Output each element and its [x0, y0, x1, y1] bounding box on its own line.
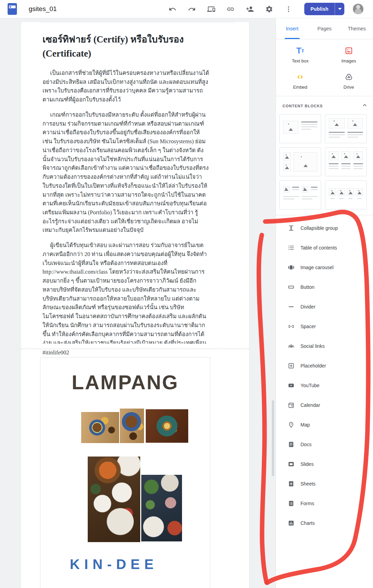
food-photo [141, 475, 182, 541]
insert-youtube[interactable]: YouTube [276, 375, 373, 395]
insert-options-list: Collapsible group Table of contents Imag… [276, 215, 373, 533]
insert-forms[interactable]: Forms [276, 493, 373, 513]
insert-social-links[interactable]: Social links [276, 336, 373, 356]
image-carousel-icon [288, 264, 295, 271]
forms-icon [288, 500, 295, 507]
insert-sheets[interactable]: Sheets [276, 474, 373, 493]
content-blocks-header: CONTENT BLOCKS [276, 96, 373, 114]
insert-placeholder[interactable]: Placeholder [276, 356, 373, 375]
chevron-up-icon[interactable] [361, 102, 368, 110]
drive-tile[interactable]: Drive [325, 72, 373, 90]
template-two-images-text[interactable] [325, 114, 367, 143]
banner-title: LAMPANG [40, 371, 210, 394]
insert-charts[interactable]: Charts [276, 513, 373, 533]
insert-map[interactable]: Map [276, 415, 373, 434]
social-links-icon [288, 343, 295, 350]
embed-code-icon [296, 72, 304, 81]
template-two-image-text-pairs[interactable] [279, 180, 321, 209]
template-image-left-text[interactable] [279, 114, 321, 143]
section-boundary-dotted-line [21, 349, 249, 349]
hashtag-text: #itinlife002 [42, 349, 69, 356]
text-box-tile[interactable]: Tт Text box [276, 46, 325, 63]
embed-tile[interactable]: Embed [276, 72, 325, 90]
calendar-icon [288, 402, 295, 409]
charts-icon [288, 520, 295, 527]
slides-icon [288, 461, 295, 468]
more-vert-icon[interactable] [281, 2, 295, 16]
article-text-box[interactable]: เซอร์ทิฟายร์ (Certify) หรือใบรับรอง (Cer… [42, 32, 210, 344]
insert-button[interactable]: Button [276, 277, 373, 297]
copy-link-icon[interactable] [223, 2, 237, 16]
paragraph: เกณฑ์การออกใบรับรองมีหลายระดับ ตั้งแต่ที… [42, 110, 210, 235]
tab-insert[interactable]: Insert [276, 18, 308, 39]
publish-dropdown-arrow-icon[interactable] [335, 3, 344, 15]
insert-sidebar: Insert Pages Themes Tт Text box Images E… [276, 18, 373, 588]
device-preview-icon[interactable] [204, 2, 218, 16]
template-three-images-text[interactable] [325, 147, 367, 176]
placeholder-icon [288, 362, 295, 369]
insert-table-of-contents[interactable]: Table of contents [276, 238, 373, 257]
brand: gsites_01 [0, 3, 57, 15]
publish-button[interactable]: Publish [304, 3, 335, 15]
sidebar-tabs: Insert Pages Themes [276, 18, 373, 39]
button-icon [288, 284, 295, 291]
insert-docs[interactable]: Docs [276, 434, 373, 454]
banner-caption: KIN-DEE [70, 557, 158, 572]
insert-image-carousel[interactable]: Image carousel [276, 257, 373, 277]
top-toolbar: gsites_01 Publ [0, 0, 373, 18]
share-add-person-icon[interactable] [243, 2, 257, 16]
section-divider [40, 22, 234, 22]
tab-themes[interactable]: Themes [341, 18, 373, 39]
paragraph: ผู้เขียนได้รับทุนเข้าสอบ และผ่านการสอบ ร… [42, 241, 210, 344]
insert-calendar[interactable]: Calendar [276, 395, 373, 415]
collapsible-group-icon [288, 225, 295, 232]
google-sites-editor: gsites_01 Publ [0, 0, 373, 588]
google-sites-logo-icon[interactable] [8, 3, 17, 15]
images-tile[interactable]: Images [325, 46, 373, 63]
food-photo [120, 409, 144, 443]
youtube-icon [288, 382, 295, 389]
site-title[interactable]: gsites_01 [29, 5, 57, 13]
sheets-icon [288, 480, 295, 487]
tab-pages[interactable]: Pages [308, 18, 341, 39]
insert-tiles: Tт Text box Images Embed Drive [276, 39, 373, 96]
lampang-image-block[interactable]: LAMPANG KIN-DEE [40, 357, 210, 588]
template-four-images-row[interactable] [325, 180, 367, 209]
spacer-icon [288, 323, 295, 330]
docs-icon [288, 441, 295, 448]
redo-icon[interactable] [185, 2, 199, 16]
publish-split-button: Publish [304, 3, 344, 15]
toolbar-actions: Publish [165, 2, 373, 16]
divider-icon [288, 303, 295, 310]
page-heading: เซอร์ทิฟายร์ (Certify) หรือใบรับรอง (Cer… [42, 32, 210, 60]
insert-collapsible-group[interactable]: Collapsible group [276, 218, 373, 238]
food-photo [88, 457, 140, 542]
insert-slides[interactable]: Slides [276, 454, 373, 474]
template-thumbs-left-large-image[interactable] [279, 147, 321, 176]
canvas-scrollbar[interactable] [272, 400, 274, 476]
food-photo [81, 412, 119, 443]
map-pin-icon [288, 421, 295, 428]
text-box-icon: Tт [296, 46, 304, 55]
undo-icon[interactable] [165, 2, 179, 16]
food-photo [146, 409, 188, 443]
insert-spacer[interactable]: Spacer [276, 316, 373, 336]
images-icon [345, 46, 353, 55]
paragraph: เป็นเอกสารที่ช่วยให้ผู้ที่มีไว้ในครอบครอ… [42, 69, 210, 104]
table-of-contents-icon [288, 244, 295, 251]
drive-icon [345, 72, 353, 81]
editing-canvas-page: เซอร์ทิฟายร์ (Certify) หรือใบรับรอง (Cer… [21, 22, 249, 588]
account-avatar[interactable] [353, 3, 364, 14]
insert-divider[interactable]: Divider [276, 297, 373, 316]
settings-gear-icon[interactable] [262, 2, 276, 16]
content-block-templates [276, 114, 373, 215]
